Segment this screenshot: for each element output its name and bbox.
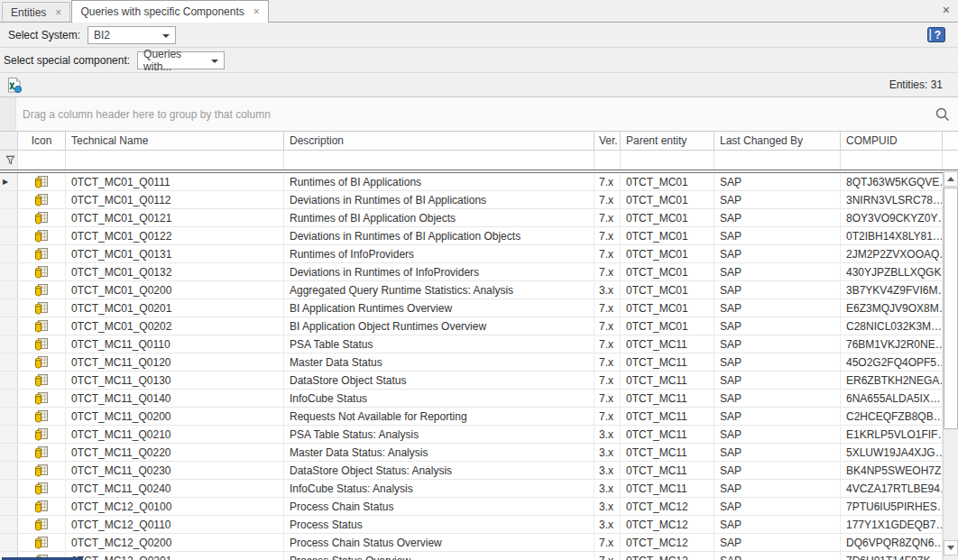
- cell-technical-name[interactable]: 0TCT_MC11_Q0220: [66, 444, 284, 461]
- cell-description[interactable]: Runtimes of BI Applications: [284, 173, 594, 190]
- table-row[interactable]: ▶ 0TCT_MC11_Q0200 Requests Not Available…: [0, 408, 958, 426]
- cell-compuid[interactable]: 76BM1VKJ2R0NE…: [841, 335, 943, 353]
- filter-cell-technical-name[interactable]: [66, 151, 284, 170]
- cell-version[interactable]: 7.x: [594, 263, 621, 280]
- cell-technical-name[interactable]: 0TCT_MC11_Q0200: [66, 408, 284, 425]
- scrollbar-up-button[interactable]: [944, 171, 958, 187]
- cell-description[interactable]: Master Data Status: Analysis: [284, 444, 594, 461]
- cell-compuid[interactable]: BK4NP5SWEOH7Z…: [841, 462, 943, 479]
- cell-technical-name[interactable]: 0TCT_MC11_Q0130: [66, 372, 284, 389]
- scrollbar-thumb[interactable]: [944, 188, 958, 429]
- cell-technical-name[interactable]: 0TCT_MC01_Q0112: [66, 191, 284, 208]
- grid-search-button[interactable]: [935, 106, 951, 125]
- row-indicator-cell[interactable]: ▶: [0, 498, 18, 515]
- cell-version[interactable]: 7.x: [594, 317, 621, 335]
- cell-technical-name[interactable]: 0TCT_MC01_Q0132: [66, 263, 284, 280]
- cell-technical-name[interactable]: 0TCT_MC12_Q0200: [66, 534, 284, 551]
- query-icon-cell[interactable]: [18, 390, 66, 407]
- cell-description[interactable]: Process Chain Status: [284, 498, 594, 515]
- cell-parent-entity[interactable]: 0TCT_MC11: [621, 408, 714, 425]
- cell-compuid[interactable]: 5XLUW19JA4XJG…: [841, 444, 943, 461]
- filter-cell-parent-entity[interactable]: [621, 151, 714, 170]
- cell-parent-entity[interactable]: 0TCT_MC11: [621, 480, 714, 497]
- cell-version[interactable]: 7.x: [594, 552, 621, 560]
- cell-description[interactable]: InfoCube Status: Analysis: [284, 480, 594, 497]
- cell-parent-entity[interactable]: 0TCT_MC01: [621, 227, 714, 244]
- cell-version[interactable]: 3.x: [594, 426, 621, 443]
- cell-description[interactable]: BI Application Object Runtimes Overview: [284, 317, 594, 335]
- cell-last-changed-by[interactable]: SAP: [714, 534, 841, 551]
- cell-parent-entity[interactable]: 0TCT_MC01: [621, 245, 714, 262]
- query-icon-cell[interactable]: [18, 317, 66, 335]
- row-indicator-cell[interactable]: ▶: [0, 245, 18, 262]
- cell-last-changed-by[interactable]: SAP: [714, 372, 841, 389]
- cell-parent-entity[interactable]: 0TCT_MC11: [621, 444, 714, 461]
- cell-description[interactable]: Requests Not Available for Reporting: [284, 408, 594, 425]
- query-icon-cell[interactable]: [18, 281, 66, 298]
- cell-parent-entity[interactable]: 0TCT_MC11: [621, 390, 714, 407]
- table-row[interactable]: ▶ 0TCT_MC12_Q0201 Process Status Overvie…: [0, 552, 958, 560]
- query-icon-cell[interactable]: [18, 173, 66, 190]
- cell-compuid[interactable]: 3B7YKV4Z9FVI6M…: [841, 281, 943, 298]
- tab-queries-close-icon[interactable]: ×: [253, 6, 260, 17]
- cell-parent-entity[interactable]: 0TCT_MC01: [621, 209, 714, 226]
- query-icon-cell[interactable]: [18, 245, 66, 262]
- cell-compuid[interactable]: 3NIRN3VLSRC78…: [841, 191, 943, 208]
- cell-technical-name[interactable]: 0TCT_MC01_Q0121: [66, 209, 284, 226]
- cell-version[interactable]: 7.x: [594, 353, 621, 371]
- cell-compuid[interactable]: ER6ZBTKH2NEGA…: [841, 372, 943, 389]
- filter-cell-version[interactable]: [594, 151, 621, 170]
- cell-parent-entity[interactable]: 0TCT_MC11: [621, 353, 714, 371]
- query-icon-cell[interactable]: [18, 209, 66, 226]
- component-combobox[interactable]: Queries with...: [137, 51, 225, 69]
- filter-cell-compuid[interactable]: [841, 151, 943, 170]
- query-icon-cell[interactable]: [18, 335, 66, 353]
- system-combobox[interactable]: BI2: [88, 26, 176, 44]
- cell-technical-name[interactable]: 0TCT_MC11_Q0230: [66, 462, 284, 479]
- table-row[interactable]: ▶ 0TCT_MC01_Q0121 Runtimes of BI Applica…: [0, 209, 958, 227]
- table-row[interactable]: ▶ 0TCT_MC11_Q0240 InfoCube Status: Analy…: [0, 480, 958, 498]
- row-indicator-cell[interactable]: ▶: [0, 516, 18, 533]
- row-indicator-cell[interactable]: ▶: [0, 444, 18, 461]
- cell-version[interactable]: 7.x: [594, 209, 621, 226]
- cell-version[interactable]: 7.x: [594, 245, 621, 262]
- cell-description[interactable]: Master Data Status: [284, 353, 594, 371]
- cell-compuid[interactable]: 45O2G2FQ4OPF5…: [841, 353, 943, 371]
- query-icon-cell[interactable]: [18, 353, 66, 371]
- filter-cell-last-changed-by[interactable]: [714, 151, 841, 170]
- cell-compuid[interactable]: 8OY3VO9CKYZ0Y…: [841, 209, 943, 226]
- cell-parent-entity[interactable]: 0TCT_MC01: [621, 281, 714, 298]
- cell-last-changed-by[interactable]: SAP: [714, 498, 841, 515]
- cell-technical-name[interactable]: 0TCT_MC01_Q0202: [66, 317, 284, 335]
- query-icon-cell[interactable]: [18, 462, 66, 479]
- cell-technical-name[interactable]: 0TCT_MC01_Q0122: [66, 227, 284, 244]
- column-header-icon[interactable]: Icon: [18, 132, 66, 150]
- cell-description[interactable]: Runtimes of BI Application Objects: [284, 209, 594, 226]
- cell-compuid[interactable]: 6NA655ALDA5IX…: [841, 390, 943, 407]
- vertical-scrollbar[interactable]: [943, 171, 958, 560]
- row-indicator-cell[interactable]: ▶: [0, 408, 18, 425]
- cell-version[interactable]: 3.x: [594, 498, 621, 515]
- cell-last-changed-by[interactable]: SAP: [714, 317, 841, 335]
- cell-technical-name[interactable]: 0TCT_MC01_Q0201: [66, 299, 284, 317]
- row-indicator-cell[interactable]: ▶: [0, 480, 18, 497]
- row-indicator-cell[interactable]: ▶: [0, 317, 18, 335]
- cell-version[interactable]: 3.x: [594, 462, 621, 479]
- cell-description[interactable]: Aggregated Query Runtime Statistics: Ana…: [284, 281, 594, 298]
- cell-last-changed-by[interactable]: SAP: [714, 245, 841, 262]
- table-row[interactable]: ▶ 0TCT_MC12_Q0200 Process Chain Status O…: [0, 534, 958, 552]
- table-row[interactable]: ▶ 0TCT_MC01_Q0201 BI Application Runtime…: [0, 299, 958, 317]
- cell-parent-entity[interactable]: 0TCT_MC11: [621, 462, 714, 479]
- column-header-ver[interactable]: Ver.: [594, 132, 621, 150]
- row-indicator-cell[interactable]: ▶: [0, 299, 18, 317]
- query-icon-cell[interactable]: [18, 299, 66, 317]
- cell-description[interactable]: BI Application Runtimes Overview: [284, 299, 594, 317]
- cell-version[interactable]: 7.x: [594, 372, 621, 389]
- table-row[interactable]: ▶ 0TCT_MC01_Q0202 BI Application Object …: [0, 317, 958, 335]
- cell-parent-entity[interactable]: 0TCT_MC01: [621, 263, 714, 280]
- cell-last-changed-by[interactable]: SAP: [714, 552, 841, 560]
- cell-last-changed-by[interactable]: SAP: [714, 173, 841, 190]
- table-row[interactable]: ▶ 0TCT_MC11_Q0230 DataStore Object Statu…: [0, 462, 958, 480]
- cell-version[interactable]: 7.x: [594, 335, 621, 353]
- cell-description[interactable]: Process Status Overview: [284, 552, 594, 560]
